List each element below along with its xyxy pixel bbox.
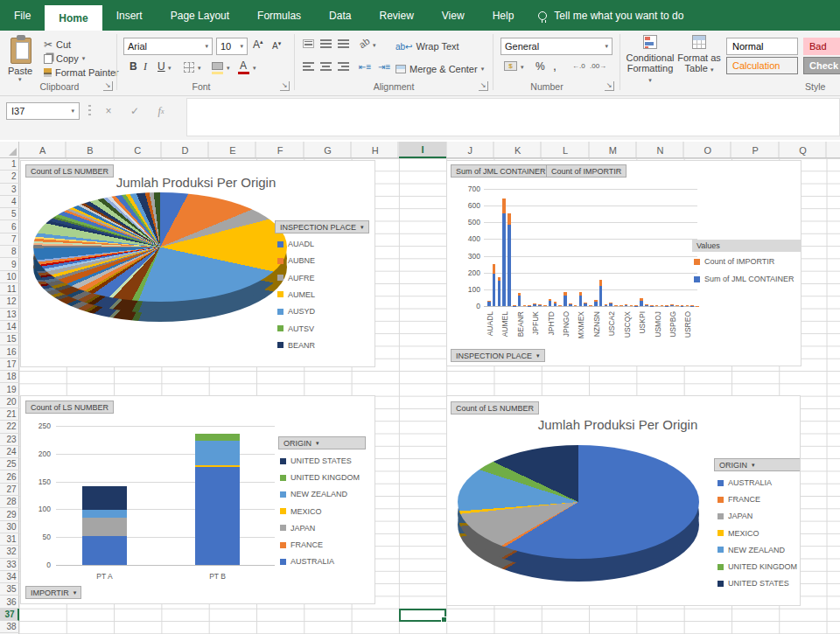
clipboard-dialog-launcher[interactable]: ↘: [103, 81, 113, 91]
row-header-4[interactable]: 4: [0, 196, 19, 208]
row-header-19[interactable]: 19: [0, 383, 19, 395]
row-header-7[interactable]: 7: [0, 233, 19, 246]
column-header-J[interactable]: J: [446, 142, 494, 158]
wrap-text-button[interactable]: ab↩ Wrap Text: [396, 39, 459, 53]
column-headers[interactable]: ABCDEFGHIJKLMNOPQ: [0, 142, 840, 158]
row-header-24[interactable]: 24: [0, 446, 19, 458]
italic-button[interactable]: I: [144, 60, 147, 73]
formula-input[interactable]: [186, 98, 840, 136]
row-header-29[interactable]: 29: [0, 508, 19, 520]
borders-button[interactable]: [184, 62, 194, 73]
row-header-6[interactable]: 6: [0, 221, 19, 233]
column-header-B[interactable]: B: [66, 142, 114, 158]
column-header-K[interactable]: K: [494, 142, 542, 158]
alignment-dialog-launcher[interactable]: ↘: [479, 81, 488, 91]
number-format-combo[interactable]: General▾: [500, 38, 612, 55]
row-header-5[interactable]: 5: [0, 208, 19, 220]
increase-font-button[interactable]: A▴: [253, 38, 263, 51]
selected-cell[interactable]: [399, 609, 446, 622]
column-header-F[interactable]: F: [256, 142, 304, 158]
row-header-25[interactable]: 25: [0, 458, 19, 470]
row-header-21[interactable]: 21: [0, 408, 19, 421]
row-header-16[interactable]: 16: [0, 346, 19, 359]
row-header-15[interactable]: 15: [0, 333, 19, 345]
increase-decimal-button[interactable]: ←.0: [572, 62, 585, 70]
bold-button[interactable]: B: [130, 60, 137, 73]
row-header-10[interactable]: 10: [0, 271, 19, 283]
align-left-button[interactable]: [303, 62, 314, 71]
column-header-N[interactable]: N: [636, 142, 683, 158]
column-header-C[interactable]: C: [114, 142, 161, 158]
row-header-28[interactable]: 28: [0, 496, 19, 508]
percent-style-button[interactable]: %: [536, 60, 545, 73]
row-header-2[interactable]: 2: [0, 171, 19, 183]
format-painter-button[interactable]: Format Painter: [44, 66, 119, 80]
decrease-font-button[interactable]: A▾: [272, 40, 281, 51]
name-box[interactable]: I37 ▾: [6, 102, 80, 120]
decrease-indent-button[interactable]: ⇤≡: [359, 62, 371, 72]
row-header-3[interactable]: 3: [0, 184, 19, 196]
paste-button[interactable]: Paste ▾: [0, 31, 40, 81]
accounting-format-button[interactable]: $: [504, 61, 517, 71]
ribbon-tab-review[interactable]: Review: [365, 0, 427, 31]
row-header-11[interactable]: 11: [0, 283, 19, 296]
cancel-entry-button[interactable]: ×: [99, 101, 118, 121]
ribbon-tab-home[interactable]: Home: [45, 5, 102, 31]
pivot-chart-container-by-place[interactable]: Sum of JML CONTAINERCount of IMPORTIR100…: [446, 160, 802, 366]
column-header-Q[interactable]: Q: [779, 142, 826, 158]
pivot-filter-inspection-place[interactable]: INSPECTION PLACE▾: [451, 349, 545, 362]
column-header-O[interactable]: O: [684, 142, 732, 158]
fill-color-button[interactable]: [212, 62, 223, 70]
row-header-27[interactable]: 27: [0, 484, 19, 496]
column-header-A[interactable]: A: [19, 142, 66, 158]
row-header-34[interactable]: 34: [0, 571, 19, 583]
row-header-17[interactable]: 17: [0, 359, 19, 371]
row-header-9[interactable]: 9: [0, 258, 19, 270]
pivot-value-button-count[interactable]: Count of IMPORTIR: [546, 164, 626, 178]
column-header-D[interactable]: D: [161, 142, 208, 158]
copy-button[interactable]: Copy ▾: [44, 52, 85, 66]
row-header-20[interactable]: 20: [0, 396, 19, 408]
row-header-31[interactable]: 31: [0, 533, 19, 546]
column-header-H[interactable]: H: [352, 142, 399, 158]
row-header-8[interactable]: 8: [0, 246, 19, 258]
align-center-button[interactable]: [320, 62, 332, 71]
cut-button[interactable]: ✂ Cut: [44, 38, 71, 52]
column-header-E[interactable]: E: [209, 142, 256, 158]
align-middle-button[interactable]: [320, 39, 332, 48]
column-header-L[interactable]: L: [542, 142, 589, 158]
row-header-35[interactable]: 35: [0, 583, 19, 596]
ribbon-tab-file[interactable]: File: [0, 0, 45, 31]
pivot-filter-origin[interactable]: ORIGIN▾: [714, 458, 801, 471]
select-all-corner[interactable]: [0, 142, 19, 158]
align-top-button[interactable]: [303, 39, 314, 48]
align-right-button[interactable]: [338, 62, 349, 71]
increase-indent-button[interactable]: ⇥≡: [378, 62, 390, 72]
font-name-combo[interactable]: Arial▾: [123, 38, 213, 55]
column-header-P[interactable]: P: [732, 142, 779, 158]
row-headers[interactable]: 1234567891011121314151617181920212223242…: [0, 158, 19, 634]
pivot-value-button-sum[interactable]: Sum of JML CONTAINER: [451, 164, 551, 178]
pivot-value-button[interactable]: Count of LS NUMBER: [451, 401, 539, 415]
format-as-table-button[interactable]: Format asTable ▾: [677, 35, 721, 75]
cell-style-calculation[interactable]: Calculation: [726, 57, 798, 74]
pivot-chart-pie-origin[interactable]: Count of LS NUMBERJumlah Produksi Per Or…: [446, 395, 801, 606]
pivot-filter-origin[interactable]: ORIGIN▾: [278, 436, 366, 449]
insert-function-button[interactable]: fx: [151, 101, 171, 121]
pivot-value-button[interactable]: Count of LS NUMBER: [25, 401, 114, 414]
conditional-formatting-button[interactable]: ConditionalFormatting ▾: [625, 35, 676, 86]
ribbon-tab-view[interactable]: View: [428, 0, 479, 31]
column-header-M[interactable]: M: [589, 142, 636, 158]
number-dialog-launcher[interactable]: ↘: [605, 81, 614, 91]
cell-style-normal[interactable]: Normal: [726, 38, 798, 55]
cell-style-check-c[interactable]: Check C: [803, 57, 840, 74]
row-header-38[interactable]: 38: [0, 621, 19, 633]
row-header-14[interactable]: 14: [0, 321, 19, 333]
merge-center-button[interactable]: Merge & Center ▾: [396, 62, 484, 76]
row-header-37[interactable]: 37: [0, 609, 19, 621]
font-size-combo[interactable]: 10▾: [216, 38, 248, 55]
row-header-1[interactable]: 1: [0, 158, 19, 171]
pivot-filter-inspection-place[interactable]: INSPECTION PLACE▾: [275, 220, 369, 233]
font-dialog-launcher[interactable]: ↘: [280, 81, 290, 91]
ribbon-tab-formulas[interactable]: Formulas: [243, 0, 315, 31]
